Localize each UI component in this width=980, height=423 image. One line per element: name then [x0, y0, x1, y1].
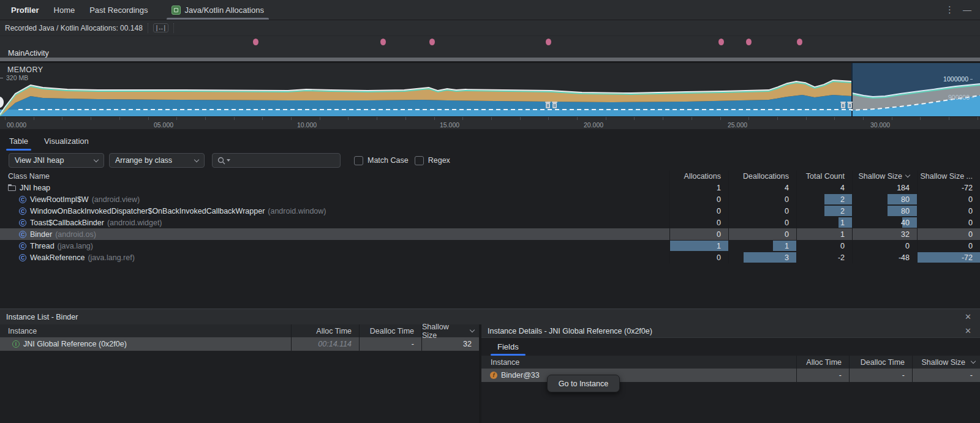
cell-value: 0: [968, 207, 980, 215]
column-header-shallow-size-[interactable]: Shallow Size ...: [918, 170, 980, 182]
cell-value: 1: [840, 219, 852, 227]
cell-value: 0: [968, 230, 980, 239]
axis-tick-label: 10.000: [297, 121, 317, 129]
time-axis[interactable]: 00.00005.00010.00015.00020.00025.00030.0…: [0, 116, 980, 129]
class-table-row[interactable]: JNI heap144184-72: [0, 182, 980, 193]
y-axis-tick: [0, 78, 3, 78]
event-dot[interactable]: [718, 39, 724, 45]
tab-profiler[interactable]: Profiler: [4, 0, 47, 20]
value-cell: 1: [670, 182, 729, 193]
close-icon[interactable]: ✕: [965, 326, 971, 335]
column-header-alloc-time[interactable]: Alloc Time: [292, 324, 360, 337]
value-cell: 80: [853, 193, 918, 205]
event-dot[interactable]: [429, 39, 435, 45]
axis-tick-label: 25.000: [728, 121, 747, 129]
package-name: (android.os): [55, 230, 96, 239]
event-dot[interactable]: [380, 39, 386, 45]
value-cell: 1: [670, 240, 729, 252]
go-to-instance-tooltip[interactable]: Go to Instance: [547, 375, 620, 392]
tab-java-kotlin-allocations[interactable]: Java/Kotlin Allocations: [164, 0, 271, 20]
minimize-icon[interactable]: —: [963, 5, 971, 15]
column-header-shallow-size[interactable]: Shallow Size: [913, 356, 980, 369]
field-icon: f: [490, 372, 497, 379]
class-name: WeakReference: [30, 253, 85, 262]
event-dot[interactable]: [797, 39, 802, 45]
tab-fields[interactable]: Fields: [491, 338, 526, 356]
alloc-time-value: -: [839, 371, 849, 380]
column-header-instance[interactable]: Instance: [481, 356, 797, 369]
axis-tick: [262, 117, 263, 120]
axis-tick: [62, 117, 62, 120]
value-cell: 80: [853, 205, 918, 217]
axis-tick: [920, 117, 921, 120]
bottom-panels: Instance List - Binder ✕ Instance Alloc …: [0, 309, 980, 423]
class-icon: C: [19, 254, 26, 261]
tab-table[interactable]: Table: [6, 132, 31, 151]
column-header-dealloc-time[interactable]: Dealloc Time: [850, 356, 913, 369]
axis-tick: [663, 117, 663, 120]
cell-value: -72: [962, 184, 980, 192]
class-table-row[interactable]: CViewRootImpl$W(android.view)002800: [0, 193, 980, 205]
column-header-shallow-size[interactable]: Shallow Size: [853, 170, 918, 182]
column-header-shallow-size[interactable]: Shallow Size: [422, 324, 479, 337]
arrange-select[interactable]: Arrange by class: [109, 153, 205, 168]
axis-tick: [606, 117, 606, 120]
memory-chart[interactable]: MEMORY 320 MB 1000000 900000: [0, 63, 980, 116]
event-dot[interactable]: [746, 39, 752, 45]
axis-tick: [148, 117, 149, 120]
event-dot[interactable]: [253, 39, 258, 45]
memory-area-chart: [0, 63, 980, 116]
column-header-class-name[interactable]: Class Name: [0, 170, 670, 182]
column-header-total-count[interactable]: Total Count: [797, 170, 853, 182]
column-header-dealloc-time[interactable]: Dealloc Time: [360, 324, 422, 337]
search-input[interactable]: [212, 153, 341, 168]
regex-checkbox[interactable]: Regex: [415, 156, 450, 165]
column-header-alloc-time[interactable]: Alloc Time: [797, 356, 850, 369]
class-table-row[interactable]: CThread(java.lang)11000: [0, 240, 980, 252]
allocations-icon: [172, 6, 181, 15]
value-cell: 0: [729, 205, 797, 217]
sort-chevron-icon: [905, 173, 910, 178]
axis-tick: [806, 117, 807, 120]
close-icon[interactable]: ✕: [965, 312, 971, 321]
more-options-icon[interactable]: ⋮: [945, 4, 954, 15]
search-icon: [217, 157, 225, 165]
event-dot[interactable]: [546, 39, 551, 45]
class-name: Toast$CallbackBinder: [30, 219, 104, 227]
axis-tick: [91, 117, 91, 120]
class-table-row[interactable]: CBinder(android.os)001320: [0, 228, 980, 240]
match-case-label: Match Case: [368, 156, 409, 165]
class-icon: C: [19, 219, 26, 226]
search-options-chevron-icon[interactable]: [227, 159, 230, 162]
class-table-row[interactable]: CToast$CallbackBinder(android.widget)001…: [0, 217, 980, 228]
column-header-instance[interactable]: Instance: [0, 324, 292, 337]
cell-value: 0: [905, 242, 917, 250]
class-table-row[interactable]: CWeakReference(java.lang.ref)03-2-48-72: [0, 252, 980, 263]
dealloc-time-value: -: [902, 371, 912, 380]
axis-tick: [834, 117, 835, 120]
column-header-allocations[interactable]: Allocations: [670, 170, 729, 182]
axis-tick: [692, 117, 692, 120]
instance-details-column-headers: Instance Alloc Time Dealloc Time Shallow…: [481, 356, 980, 369]
class-table-empty-area: [0, 263, 980, 309]
cell-value: 1: [840, 230, 852, 239]
tab-home[interactable]: Home: [47, 0, 83, 20]
match-case-checkbox[interactable]: Match Case: [354, 156, 409, 165]
class-icon: C: [19, 231, 26, 238]
class-name-cell: CBinder(android.os): [0, 228, 670, 240]
tab-past-recordings[interactable]: Past Recordings: [82, 0, 155, 20]
selection-axis-label-2: 900000: [948, 94, 974, 101]
value-cell: 0: [729, 217, 797, 228]
alloc-time-value: 00:14.114: [318, 340, 359, 348]
heap-select[interactable]: View JNI heap: [9, 153, 104, 168]
instance-details-title: Instance Details - JNI Global Reference …: [488, 327, 652, 335]
reset-zoom-range-icon[interactable]: |↔|: [153, 23, 168, 32]
value-cell: 3: [729, 252, 797, 263]
field-instance-name: Binder@33: [501, 371, 540, 380]
tab-visualization[interactable]: Visualization: [41, 132, 92, 151]
instance-row[interactable]: I JNI Global Reference (0x2f0e) 00:14.11…: [0, 337, 479, 351]
cell-value: 80: [901, 207, 917, 215]
class-table-row[interactable]: CWindowOnBackInvokedDispatcher$OnBackInv…: [0, 205, 980, 217]
column-header-deallocations[interactable]: Deallocations: [729, 170, 797, 182]
event-timeline[interactable]: [0, 36, 980, 49]
